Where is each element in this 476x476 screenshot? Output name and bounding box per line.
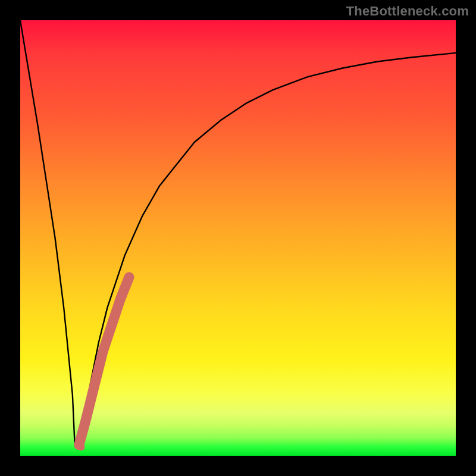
highlight-dot	[77, 443, 84, 450]
highlight-segment	[79, 277, 129, 445]
watermark-text: TheBottleneck.com	[346, 4, 469, 19]
bottleneck-curve	[20, 20, 456, 447]
chart-svg	[20, 20, 456, 456]
plot-area	[20, 20, 456, 456]
chart-frame: TheBottleneck.com	[0, 0, 476, 476]
